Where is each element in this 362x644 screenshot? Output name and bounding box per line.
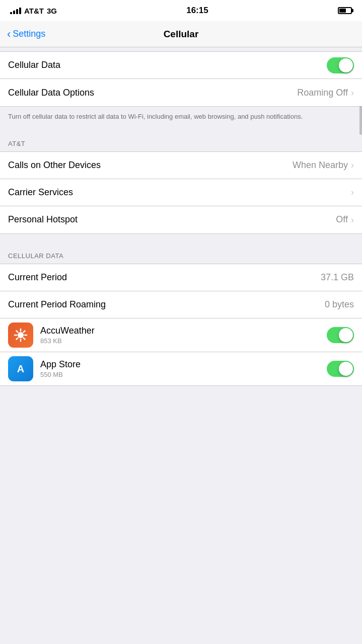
personal-hotspot-label: Personal Hotspot [8,214,78,225]
carrier-services-chevron-icon: › [351,188,354,197]
calls-on-other-devices-label: Calls on Other Devices [8,160,101,171]
personal-hotspot-row[interactable]: Personal Hotspot Off › [0,206,362,233]
accuweather-toggle[interactable] [327,327,354,343]
svg-text:A: A [17,363,24,374]
top-spacer [0,47,362,51]
svg-line-7 [24,331,25,332]
calls-on-other-devices-row[interactable]: Calls on Other Devices When Nearby › [0,152,362,179]
app-row-accuweather: AccuWeather 853 KB [0,318,362,352]
personal-hotspot-chevron-icon: › [351,215,354,224]
cellular-data-options-chevron-icon: › [351,88,354,97]
accuweather-toggle-knob [339,328,353,342]
battery-icon [338,7,352,14]
svg-line-5 [17,331,18,332]
signal-bar-1 [10,12,12,14]
cellular-data-footer: Turn off cellular data to restrict all d… [0,107,362,131]
svg-line-6 [24,338,25,339]
cellular-data-options-label: Cellular Data Options [8,88,94,98]
back-button[interactable]: ‹ Settings [7,29,45,40]
cellular-data-label: Cellular Data [8,60,60,70]
personal-hotspot-value: Off [336,214,348,225]
signal-bar-4 [19,8,21,14]
app-row-appstore: A App Store 550 MB [0,352,362,385]
back-chevron-icon: ‹ [7,29,11,40]
carrier-label: AT&T [24,7,44,15]
cellular-data-row: Cellular Data [0,52,362,79]
spacer-1 [0,234,362,243]
nav-bar: ‹ Settings Cellular [0,21,362,47]
current-period-roaming-value: 0 bytes [325,299,354,310]
svg-line-8 [17,338,18,339]
signal-bar-2 [13,11,15,14]
cellular-data-section-header: CELLULAR DATA [0,243,362,264]
cellular-data-section: Cellular Data Cellular Data Options Roam… [0,51,362,107]
current-period-label: Current Period [8,272,67,283]
calls-on-other-devices-chevron-icon: › [351,160,354,170]
network-type-label: 3G [47,7,57,15]
calls-on-other-devices-right: When Nearby › [293,160,354,171]
appstore-icon: A [8,356,33,381]
appstore-info: App Store 550 MB [40,359,320,378]
current-period-roaming-row: Current Period Roaming 0 bytes [0,291,362,318]
status-left: AT&T 3G [10,7,57,15]
svg-point-0 [18,332,24,338]
current-period-row: Current Period 37.1 GB [0,264,362,291]
signal-bars [10,7,21,14]
carrier-services-label: Carrier Services [8,187,73,198]
current-period-right: 37.1 GB [321,272,354,283]
carrier-services-right: › [351,188,354,197]
cellular-data-toggle[interactable] [327,57,354,73]
accuweather-icon [8,323,33,348]
back-label: Settings [13,29,45,39]
current-period-roaming-label: Current Period Roaming [8,299,106,310]
sun-icon [14,328,28,342]
accuweather-info: AccuWeather 853 KB [40,326,320,345]
att-section-header: AT&T [0,131,362,151]
cellular-data-options-value: Roaming Off [297,88,348,98]
appstore-size: 550 MB [40,371,320,378]
current-period-value: 37.1 GB [321,272,354,283]
status-bar: AT&T 3G 16:15 [0,0,362,21]
accuweather-size: 853 KB [40,337,320,345]
appstore-name: App Store [40,359,320,370]
page-title: Cellular [164,29,199,40]
cellular-data-options-row[interactable]: Cellular Data Options Roaming Off › [0,79,362,106]
att-section: Calls on Other Devices When Nearby › Car… [0,151,362,234]
appstore-toggle-knob [339,362,353,376]
appstore-a-icon: A [14,362,28,376]
toggle-knob [339,58,353,72]
battery-fill [339,9,346,13]
signal-bar-3 [16,9,18,14]
carrier-services-row[interactable]: Carrier Services › [0,179,362,206]
accuweather-name: AccuWeather [40,326,320,336]
appstore-toggle[interactable] [327,361,354,377]
cellular-data-options-right: Roaming Off › [297,88,354,98]
cellular-data-stats-section: Current Period 37.1 GB Current Period Ro… [0,264,362,386]
status-time: 16:15 [186,6,208,16]
current-period-roaming-right: 0 bytes [325,299,354,310]
calls-on-other-devices-value: When Nearby [293,160,348,171]
status-right [338,7,352,14]
personal-hotspot-right: Off › [336,214,354,225]
